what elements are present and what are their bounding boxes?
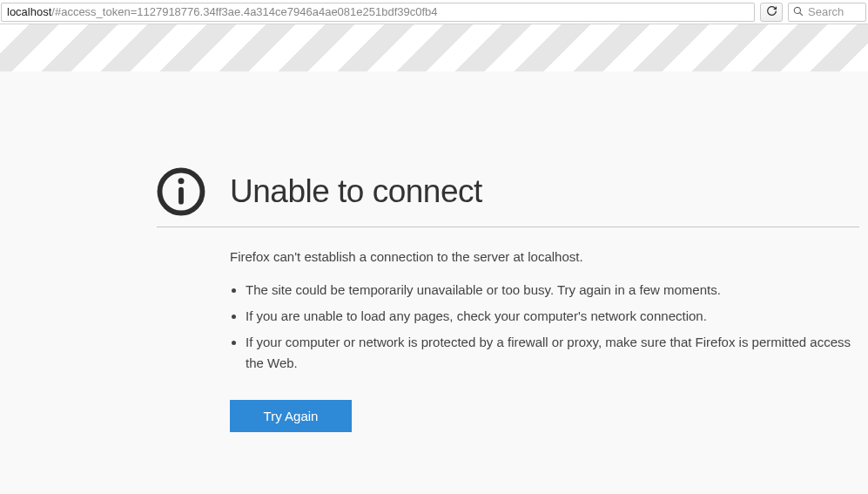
error-body: Firefox can't establish a connection to … — [230, 247, 859, 432]
search-icon — [793, 4, 804, 20]
url-path: /#access_token=1127918776.34ff3ae.4a314c… — [51, 5, 437, 18]
reload-icon — [766, 4, 777, 20]
search-placeholder: Search — [808, 5, 844, 18]
error-tip: If you are unable to load any pages, che… — [246, 306, 859, 327]
error-tip: If your computer or network is protected… — [246, 332, 859, 374]
error-header: Unable to connect — [157, 167, 859, 227]
reload-button[interactable] — [760, 3, 783, 22]
url-host: localhost — [7, 5, 51, 18]
search-bar[interactable]: Search — [788, 3, 866, 22]
svg-rect-2 — [178, 187, 184, 205]
svg-point-1 — [178, 178, 185, 184]
error-page: Unable to connect Firefox can't establis… — [0, 71, 868, 432]
error-tip: The site could be temporarily unavailabl… — [246, 280, 859, 301]
browser-toolbar: localhost/#access_token=1127918776.34ff3… — [0, 0, 868, 24]
warning-stripe — [0, 24, 868, 71]
error-description: Firefox can't establish a connection to … — [230, 247, 859, 267]
error-tips-list: The site could be temporarily unavailabl… — [230, 280, 859, 374]
try-again-button[interactable]: Try Again — [230, 400, 352, 432]
error-title: Unable to connect — [230, 173, 482, 210]
info-icon — [157, 167, 205, 216]
url-bar[interactable]: localhost/#access_token=1127918776.34ff3… — [1, 3, 755, 22]
